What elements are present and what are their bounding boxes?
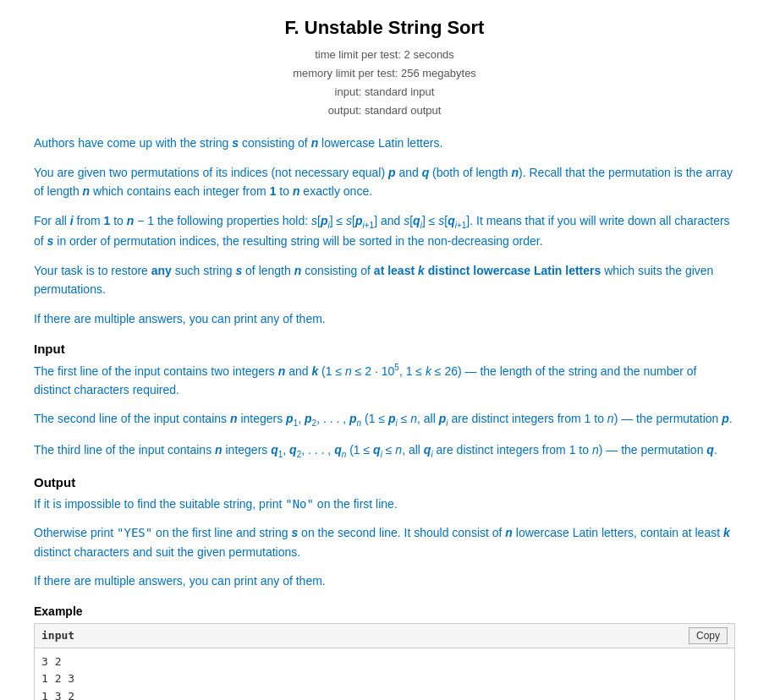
input-type: input: standard input	[34, 83, 735, 101]
intro-paragraph-2: You are given two permutations of its in…	[34, 163, 735, 201]
input-copy-button[interactable]: Copy	[689, 627, 728, 644]
output-line1: If it is impossible to find the suitable…	[34, 495, 735, 513]
meta-info: time limit per test: 2 seconds memory li…	[34, 46, 735, 120]
if-multiple-1: If there are multiple answers, you can p…	[34, 309, 735, 328]
time-limit: time limit per test: 2 seconds	[34, 46, 735, 64]
task-paragraph: Your task is to restore any such string …	[34, 261, 735, 299]
input-line-2: 1 2 3	[41, 670, 728, 688]
output-section-title: Output	[34, 475, 735, 489]
example-label: Example	[34, 604, 735, 618]
input-line-3: 1 3 2	[41, 688, 728, 700]
memory-limit: memory limit per test: 256 megabytes	[34, 64, 735, 83]
input-code-block: input Copy 3 2 1 2 3 1 3 2	[34, 623, 735, 701]
input-line2: The second line of the input contains n …	[34, 409, 735, 430]
input-line3: The third line of the input contains n i…	[34, 440, 735, 462]
property-paragraph: For all i from 1 to n − 1 the following …	[34, 211, 735, 251]
output-line2: Otherwise print "YES" on the first line …	[34, 523, 735, 561]
input-line1: The first line of the input contains two…	[34, 361, 735, 399]
input-section-title: Input	[34, 342, 735, 356]
output-line3: If there are multiple answers, you can p…	[34, 571, 735, 590]
page-title: F. Unstable String Sort	[34, 17, 735, 39]
intro-paragraph-1: Authors have come up with the string s c…	[34, 134, 735, 152]
output-type: output: standard output	[34, 101, 735, 120]
input-code-body: 3 2 1 2 3 1 3 2	[35, 648, 734, 701]
input-label: input	[41, 629, 74, 642]
input-code-header: input Copy	[35, 624, 734, 648]
input-line-1: 3 2	[41, 654, 728, 671]
